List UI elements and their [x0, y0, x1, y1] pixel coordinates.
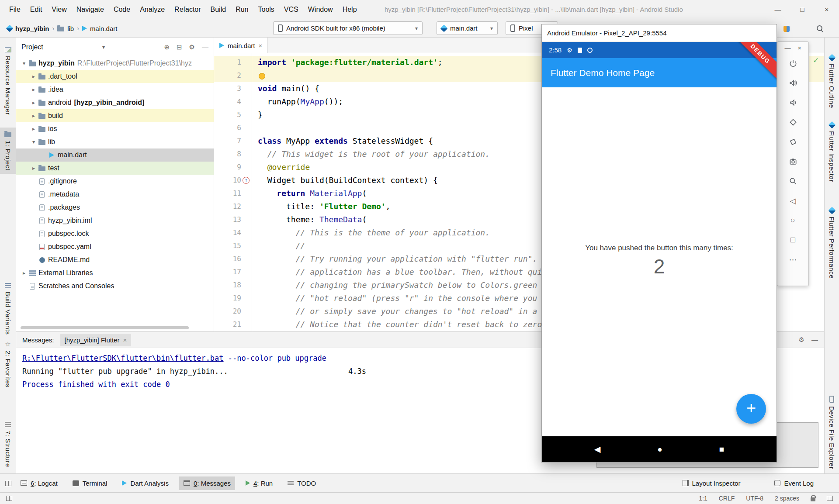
- gear-icon[interactable]: ⚙: [189, 43, 195, 51]
- tree-expand-arrow[interactable]: ▸: [30, 126, 37, 132]
- tree-expand-arrow[interactable]: ▸: [30, 100, 37, 106]
- menu-item-file[interactable]: File: [4, 0, 25, 19]
- tree-row-hyzp_yibin[interactable]: ▾hyzp_yibin R:\FlutterProject\FlutterPro…: [16, 57, 214, 70]
- search-icon[interactable]: [816, 25, 824, 33]
- plugin-icon[interactable]: [784, 26, 790, 32]
- close-icon[interactable]: ×: [123, 336, 127, 344]
- project-view-selector[interactable]: Project: [21, 43, 43, 51]
- close-icon[interactable]: ×: [815, 0, 839, 19]
- tree-row--packages[interactable]: .packages: [16, 201, 214, 214]
- volume-down-icon[interactable]: [777, 93, 808, 112]
- power-icon[interactable]: [777, 53, 808, 73]
- tool-button-1-project[interactable]: 1: Project: [0, 128, 16, 174]
- tree-row-ios[interactable]: ▸ios: [16, 122, 214, 135]
- tree-row-build[interactable]: ▸build: [16, 109, 214, 122]
- status-crlf[interactable]: CRLF: [719, 495, 735, 502]
- tree-expand-arrow[interactable]: ▸: [30, 73, 37, 79]
- tree-row--idea[interactable]: ▸.idea: [16, 83, 214, 96]
- nav-home-icon[interactable]: ●: [657, 445, 662, 454]
- menu-item-view[interactable]: View: [47, 0, 71, 19]
- horizontal-scrollbar[interactable]: [21, 326, 189, 329]
- tree-expand-arrow[interactable]: ▸: [30, 113, 37, 119]
- emulator-title-bar[interactable]: Android Emulator - Pixel_2_API_29:5554: [542, 24, 777, 42]
- back-icon[interactable]: ◁: [777, 191, 808, 211]
- tree-expand-arrow[interactable]: ▸: [30, 165, 37, 171]
- close-icon[interactable]: ×: [259, 42, 263, 49]
- hide-panel-icon[interactable]: —: [811, 336, 818, 344]
- emulator-minimize-icon[interactable]: —: [784, 45, 790, 52]
- status-1-1[interactable]: 1:1: [699, 495, 707, 502]
- menu-item-window[interactable]: Window: [303, 0, 338, 19]
- tool-button-event-log[interactable]: Event Log: [770, 476, 818, 490]
- hide-panel-icon[interactable]: —: [202, 43, 208, 51]
- tree-row--dart_tool[interactable]: ▸.dart_tool: [16, 70, 214, 83]
- menu-item-run[interactable]: Run: [231, 0, 253, 19]
- minimize-icon[interactable]: —: [766, 0, 790, 19]
- home-icon[interactable]: ○: [777, 211, 808, 230]
- nav-overview-icon[interactable]: ■: [719, 445, 724, 454]
- tree-row-lib[interactable]: ▾lib: [16, 135, 214, 148]
- tree-row-readme-md[interactable]: README.md: [16, 253, 214, 266]
- tool-button-build-variants[interactable]: Build Variants: [0, 280, 16, 338]
- nav-back-icon[interactable]: ◀: [594, 444, 601, 454]
- menu-item-build[interactable]: Build: [206, 0, 231, 19]
- zoom-icon[interactable]: [777, 171, 808, 191]
- volume-up-icon[interactable]: [777, 73, 808, 93]
- tree-expand-arrow[interactable]: ▾: [21, 60, 28, 66]
- tool-button-7-structure[interactable]: 7: Structure: [0, 418, 16, 471]
- menu-item-edit[interactable]: Edit: [25, 0, 47, 19]
- tree-row-pubspec-yaml[interactable]: pubspec.yaml: [16, 240, 214, 253]
- menu-item-navigate[interactable]: Navigate: [72, 0, 109, 19]
- status-2-spaces[interactable]: 2 spaces: [775, 495, 799, 502]
- tree-row-external-libraries[interactable]: ▸External Libraries: [16, 266, 214, 280]
- tree-row-android[interactable]: ▸android [hyzp_yibin_android]: [16, 96, 214, 109]
- gear-icon[interactable]: ⚙: [799, 336, 804, 344]
- rotate-right-icon[interactable]: [777, 132, 808, 152]
- overview-icon[interactable]: □: [777, 230, 808, 250]
- breadcrumb-item-hyzp_yibin[interactable]: hyzp_yibin: [15, 25, 49, 32]
- tool-button-terminal[interactable]: Terminal: [68, 476, 112, 490]
- screenshot-camera-icon[interactable]: [777, 152, 808, 171]
- tool-button-device-file-explorer[interactable]: Device File Explorer: [825, 392, 839, 473]
- tree-expand-arrow[interactable]: ▸: [30, 86, 37, 93]
- rotate-left-icon[interactable]: [777, 112, 808, 132]
- tree-row-main-dart[interactable]: main.dart: [16, 148, 214, 162]
- maximize-icon[interactable]: □: [790, 0, 815, 19]
- menu-item-vcs[interactable]: VCS: [279, 0, 303, 19]
- tool-button-resource-manager[interactable]: Resource Manager: [0, 44, 16, 119]
- tool-button-flutter-performance[interactable]: Flutter Performance: [825, 204, 839, 282]
- tool-button-4-run[interactable]: 4: Run: [241, 476, 277, 490]
- tree-row-hyzp_yibin-iml[interactable]: hyzp_yibin.iml: [16, 214, 214, 227]
- more-icon[interactable]: ⋯: [777, 250, 808, 269]
- run-config-selector[interactable]: main.dart ▾: [437, 21, 498, 35]
- tool-button-layout-inspector[interactable]: Layout Inspector: [678, 476, 745, 490]
- device-selector[interactable]: Android SDK built for x86 (mobile) ▾: [273, 21, 423, 35]
- tool-button-todo[interactable]: TODO: [283, 476, 320, 490]
- tool-button-2-favorites[interactable]: ☆2: Favorites: [0, 337, 16, 391]
- menu-item-help[interactable]: Help: [338, 0, 362, 19]
- tool-button-flutter-outline[interactable]: Flutter Outline: [825, 52, 839, 112]
- tree-row-test[interactable]: ▸test: [16, 162, 214, 175]
- menu-item-code[interactable]: Code: [109, 0, 135, 19]
- breadcrumb-item-main-dart[interactable]: main.dart: [90, 25, 118, 32]
- fab-button[interactable]: +: [736, 394, 766, 424]
- tree-row--metadata[interactable]: .metadata: [16, 188, 214, 201]
- tree-row--gitignore[interactable]: .gitignore: [16, 175, 214, 188]
- tool-button-0-messages[interactable]: 0: Messages: [179, 476, 235, 490]
- menu-item-tools[interactable]: Tools: [253, 0, 279, 19]
- tree-row-pubspec-lock[interactable]: pubspec.lock: [16, 227, 214, 240]
- tool-button-6-logcat[interactable]: 6: Logcat: [16, 476, 62, 490]
- menu-item-analyze[interactable]: Analyze: [135, 0, 170, 19]
- locate-icon[interactable]: ⊕: [164, 43, 170, 51]
- tree-expand-arrow[interactable]: ▾: [30, 139, 37, 145]
- console-link[interactable]: R:\Flutter\FlutterSDK\flutter\bin\flutte…: [22, 354, 224, 362]
- messages-tab-flutter[interactable]: [hyzp_yibin] Flutter ×: [60, 334, 132, 346]
- emulator-close-icon[interactable]: ×: [797, 45, 801, 52]
- tool-window-switcher-icon[interactable]: [0, 479, 16, 487]
- tree-row-scratches-and-consoles[interactable]: Scratches and Consoles: [16, 280, 214, 293]
- intention-bulb-icon[interactable]: [259, 73, 265, 79]
- override-marker-icon[interactable]: ↑: [243, 177, 250, 184]
- menu-item-refactor[interactable]: Refactor: [170, 0, 205, 19]
- tool-button-dart-analysis[interactable]: Dart Analysis: [118, 476, 173, 490]
- tree-expand-arrow[interactable]: ▸: [21, 270, 28, 276]
